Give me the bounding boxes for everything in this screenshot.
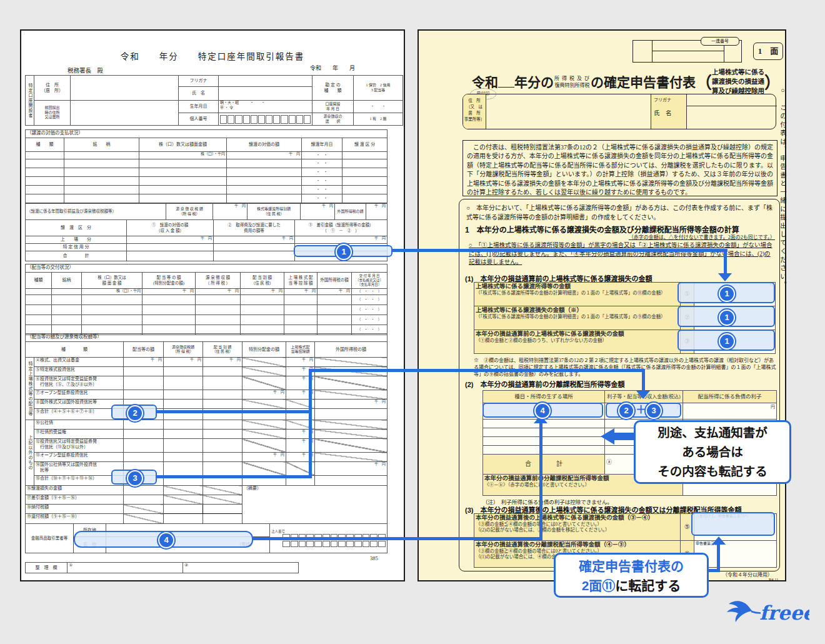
connector-23-vertical <box>309 369 312 478</box>
address-name-box: 住 所 （又 は 居 所 事業所等） フリガナ 氏 名 <box>462 94 776 129</box>
left-form-date: 令和 年 月 <box>310 64 355 72</box>
account-type-options: 1 保管 2 信用 3 配当等 <box>354 76 403 101</box>
connector-3-horizontal <box>157 475 312 478</box>
serial-number-box: 一連番号 <box>632 40 742 63</box>
name-label-cell: フリガナ 氏 名 <box>651 94 687 129</box>
s1-col: 譲渡の対価の額 <box>227 138 302 152</box>
withholding-choice-label: 源泉徴収の 選 択 <box>312 113 354 126</box>
withholding-choice-options: 1 有 2 無 <box>354 113 403 126</box>
plus-sign: ＋ <box>636 404 646 416</box>
right-form-title: 令和 年分の 所 得 税 及 び 復興特別所得税 の確定申告書付表 （ 上場株式… <box>472 67 781 95</box>
name-field <box>219 87 312 101</box>
connector-4-vertical <box>539 423 542 540</box>
transfer-summary-head-table: （譲渡に係る年間取引損益及び源泉徴収税額等） 源 泉 徴 収 税 額 （所 得 … <box>25 203 388 220</box>
group-listed-dividends: 特定上場株式等の配当等 <box>26 358 34 420</box>
s2-caption: （譲渡に係る年間取引損益及び源泉徴収税額等） <box>26 204 166 220</box>
section1-condition-note: ○ 「①上場株式等に係る譲渡所得等の金額」が黒字の場合又は「②上場株式等に係る譲… <box>469 241 775 267</box>
address-field <box>71 76 179 101</box>
account-open-date-field: ・ ・ <box>354 101 403 113</box>
arrow-down-icon <box>636 391 650 399</box>
s1-col: 銘 柄 <box>64 138 139 152</box>
callout-transcribe-page2: 確定申告書付表の 2面⑪に転記する <box>554 553 709 598</box>
badge-4: 4 <box>158 532 174 548</box>
personal-number-label: 個人番号 <box>179 113 219 126</box>
transfer-payments-table: （譲渡の対価の支払状況） 種 類 銘 柄 株（口）数又は額面金額 譲渡の対価の額… <box>25 129 388 203</box>
connector-4-horizontal <box>252 537 542 540</box>
highlight-field-5 <box>691 512 775 536</box>
page-number: 385 <box>370 555 378 561</box>
furigana-field <box>219 76 312 87</box>
freee-swallow-icon: freee <box>725 596 809 628</box>
arrow-left-icon <box>601 428 614 445</box>
badge-2: 2 <box>127 405 143 421</box>
pre-note: ○ 本年分において、「上場株式等に係る譲渡所得等の金額」がある方は、この付表を作… <box>466 203 774 222</box>
svg-text:freee: freee <box>759 601 809 624</box>
page-1-badge: 1 面 <box>753 43 783 60</box>
sub2-heading: (2) 本年分の損益通算前の分離課税配当所得等金額 <box>465 379 624 389</box>
connector-1-vertical <box>724 249 727 274</box>
page: { "n": {"c1":"1","c2":"2","c3":"3","c4":… <box>0 0 825 644</box>
processing-column-table: 整 理 欄 ① ② <box>25 562 299 573</box>
s1-col: 譲渡年月日 <box>302 138 342 152</box>
connector-23-drop <box>642 369 645 391</box>
badge-3: 3 <box>127 470 143 486</box>
s1-col: 譲 渡 区 分 <box>342 138 388 152</box>
dividend-summary-table: （配当等の額及び源泉徴収税額等） 種 類 配当等の額 源泉徴収税額 （所 得 税… <box>25 333 388 524</box>
furigana-label: フリガナ <box>179 76 219 87</box>
account-type-label: 勘 定 の 種 類 <box>312 76 354 101</box>
interest-field: 円 <box>683 403 777 420</box>
s1-caption: （譲渡の対価の支払状況） <box>26 130 388 138</box>
s3-caption: （配当等の交付状況） <box>26 264 388 273</box>
badge-1-right: 1 <box>719 309 735 326</box>
callout-payment-notice: 別途、支払通知書が ある場合は その内容も転記する <box>634 420 791 484</box>
holder-vertical-label: 特定口座開設者 <box>26 76 34 126</box>
birthdate-field: 明・大・昭 ・ ・ 平 ・ 令 <box>219 101 312 113</box>
row1-label: 上場株式等に係る譲渡所得等の金額 （「株式等に係る譲渡所得等の金額の計算明細書」… <box>474 283 681 306</box>
form-version-note: （令和４年分以降用） <box>722 571 772 578</box>
arrow-down-icon <box>718 273 732 281</box>
s4-caption: （配当等の額及び源泉徴収税額等） <box>26 334 388 342</box>
connector-1-horizontal <box>392 249 728 252</box>
badge-4-right: 4 <box>534 403 551 419</box>
name-label: 氏 名 <box>179 87 219 101</box>
annual-transaction-report-form: 令和 年分 特定口座年間取引報告書 税務署長 殿 令和 年 月 特定口座開設者 … <box>20 29 405 581</box>
row3-label: 本年分の損益通算前の上場株式等に係る譲渡損失の金額 （①欄の金額と②欄の金額のう… <box>474 330 681 354</box>
address-label: 住 所 （又 は 居 所 事業所等） <box>463 94 486 129</box>
group-other-dividends: 上記以外のもの <box>26 420 34 486</box>
s1-col: 株（口）数又は額面金額 <box>139 138 227 152</box>
previous-address-label: 前回提出 時の住所 又は居所 <box>34 101 71 126</box>
badge-3-right: 3 <box>646 403 662 419</box>
serial-number-label: 一連番号 <box>701 37 739 46</box>
connector-23-top-horizontal <box>309 369 645 372</box>
holder-info-table: 特定口座開設者 住 所 （居 所） フリガナ 勘 定 の 種 類 1 保管 2 … <box>25 75 403 126</box>
intro-paragraph-box: この付表は、租税特別措置法第37条の12の２（上場株式等に係る譲渡損失の損益通算… <box>462 140 778 196</box>
sub1-footnote: ※ ②欄の金額は、租税特別措置法第37条の12の２第２項に規定する上場株式等の譲… <box>474 357 776 378</box>
previous-address-field <box>71 101 179 126</box>
birthdate-label: 生年月日 <box>179 101 219 113</box>
dividend-payments-table: （配当等の交付状況） 種類 銘柄 株（口）数又は 額 面 金 額 配 当 等 の… <box>25 264 388 335</box>
memo-cell: （摘要） <box>242 486 388 524</box>
account-open-date-label: 口座開設 年 月 日 <box>312 101 354 113</box>
address-label: 住 所 （居 所） <box>34 76 71 101</box>
badge-1: 1 <box>336 244 352 260</box>
connector-2-horizontal <box>157 410 312 413</box>
broker-label: 金融商品取引業者等 <box>26 524 74 553</box>
callout-a-arrow-shaft <box>614 433 634 440</box>
s1-col: 種 類 <box>26 138 64 152</box>
section1-heading-note: （赤字の金額は、△を付けないで書きます。2面の2も同じです。） <box>575 233 775 240</box>
form-revision: R4.11 <box>769 577 778 581</box>
personal-number-boxes <box>219 113 312 126</box>
badge-1-right: 1 <box>719 286 735 302</box>
left-form-title: 令和 年分 特定口座年間取引報告書 <box>21 49 404 62</box>
badge-2-right: 2 <box>618 403 634 419</box>
freee-logo: freee <box>725 596 809 631</box>
arrow-up-icon <box>712 536 726 545</box>
row2-label: 上場株式等に係る譲渡損失の金額（※） （「株式等に係る譲渡所得等の金額の計算明細… <box>474 306 681 330</box>
connector-5-vertical <box>717 545 720 572</box>
tax-office-label: 税務署長 殿 <box>68 66 103 74</box>
badge-1-right: 1 <box>719 333 735 350</box>
